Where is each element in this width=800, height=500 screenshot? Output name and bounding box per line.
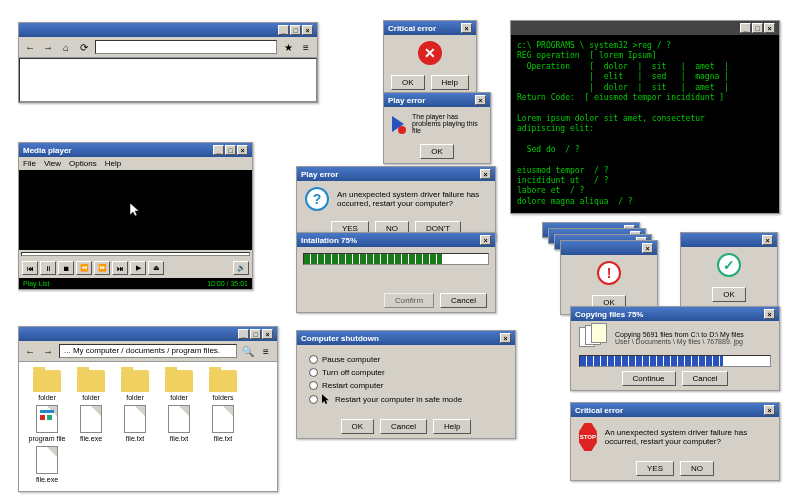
radio-option[interactable]: Pause computer <box>309 353 503 366</box>
address-input[interactable] <box>95 40 277 54</box>
prev-icon[interactable]: ⏮ <box>22 261 38 275</box>
window-title: Intallation 75% <box>301 236 357 245</box>
forward-icon[interactable]: → <box>41 344 55 358</box>
back-icon[interactable]: ← <box>23 40 37 54</box>
close-icon[interactable]: × <box>764 309 775 319</box>
close-icon[interactable]: × <box>764 23 775 33</box>
file-list: folderfolderfolderfolderfoldersprogram f… <box>19 362 277 491</box>
refresh-icon[interactable]: ⟳ <box>77 40 91 54</box>
play-error-dialog-2: Play error× ?An unexpected system driver… <box>296 166 496 241</box>
error-message: An unexpected system driver failure has … <box>337 190 487 208</box>
close-icon[interactable]: × <box>302 25 313 35</box>
help-button[interactable]: Help <box>433 419 471 434</box>
file-item[interactable]: file.txt <box>203 405 243 442</box>
success-dialog: × ✓ OK <box>680 232 778 307</box>
file-item[interactable]: file.exe <box>71 405 111 442</box>
close-icon[interactable]: × <box>480 169 491 179</box>
menu-icon[interactable]: ≡ <box>299 40 313 54</box>
yes-button[interactable]: YES <box>636 461 674 476</box>
menu-view[interactable]: View <box>44 159 61 168</box>
file-item[interactable]: folders <box>203 370 243 401</box>
seek-bar[interactable] <box>21 252 250 256</box>
radio-option[interactable]: Restart your computer in safe mode <box>309 392 503 407</box>
file-item[interactable]: file.exe <box>27 446 67 483</box>
minimize-icon[interactable]: _ <box>278 25 289 35</box>
maximize-icon[interactable]: □ <box>752 23 763 33</box>
play-icon <box>392 116 404 132</box>
search-icon[interactable]: 🔍 <box>241 344 255 358</box>
window-title: Media player <box>23 146 71 155</box>
ok-button[interactable]: OK <box>391 75 425 90</box>
file-item[interactable]: folder <box>159 370 199 401</box>
play-icon[interactable]: ▶ <box>130 261 146 275</box>
stop-icon: STOP <box>579 423 597 451</box>
files-icon <box>579 327 607 349</box>
error-icon: ✕ <box>418 41 442 65</box>
ok-button[interactable]: OK <box>420 144 454 159</box>
path-input[interactable]: ... My computer / documents / program fi… <box>59 344 237 358</box>
file-item[interactable]: folder <box>115 370 155 401</box>
minimize-icon[interactable]: _ <box>213 145 224 155</box>
file-item[interactable]: program file <box>27 405 67 442</box>
forward-icon[interactable]: ⏩ <box>94 261 110 275</box>
next-icon[interactable]: ⏭ <box>112 261 128 275</box>
copy-message: Copying 5691 files from C:\ to D:\ My fi… <box>615 331 744 338</box>
ok-button[interactable]: OK <box>341 419 375 434</box>
success-icon: ✓ <box>717 253 741 277</box>
maximize-icon[interactable]: □ <box>225 145 236 155</box>
menubar: File View Options Help <box>19 157 252 170</box>
file-explorer: _□× ← → ... My computer / documents / pr… <box>18 326 278 492</box>
window-title: Critical error <box>388 24 436 33</box>
warning-icon: ! <box>597 261 621 285</box>
cancel-button[interactable]: Cancel <box>440 293 487 308</box>
close-icon[interactable]: × <box>480 235 491 245</box>
close-icon[interactable]: × <box>762 235 773 245</box>
eject-icon[interactable]: ⏏ <box>148 261 164 275</box>
maximize-icon[interactable]: □ <box>290 25 301 35</box>
home-icon[interactable]: ⌂ <box>59 40 73 54</box>
minimize-icon[interactable]: _ <box>238 329 249 339</box>
video-area <box>19 170 252 250</box>
menu-options[interactable]: Options <box>69 159 97 168</box>
confirm-button[interactable]: Confirm <box>384 293 434 308</box>
radio-option[interactable]: Restart computer <box>309 379 503 392</box>
file-item[interactable]: file.txt <box>115 405 155 442</box>
play-error-dialog-1: Play error× The player has problems play… <box>383 92 491 164</box>
close-icon[interactable]: × <box>475 95 486 105</box>
maximize-icon[interactable]: □ <box>250 329 261 339</box>
continue-button[interactable]: Continue <box>622 371 676 386</box>
viewport <box>19 58 317 102</box>
volume-icon[interactable]: 🔊 <box>233 261 249 275</box>
star-icon[interactable]: ★ <box>281 40 295 54</box>
ok-button[interactable]: OK <box>712 287 746 302</box>
playlist-label: Play List <box>23 280 49 287</box>
warning-dialog: × ! OK <box>560 240 658 315</box>
close-icon[interactable]: × <box>764 405 775 415</box>
copy-path: User \ Documents \ My files \ 767889. jp… <box>615 338 744 345</box>
cancel-button[interactable]: Cancel <box>380 419 427 434</box>
file-item[interactable]: file.txt <box>159 405 199 442</box>
help-button[interactable]: Help <box>431 75 469 90</box>
progress-bar <box>579 355 771 367</box>
file-item[interactable]: folder <box>71 370 111 401</box>
close-icon[interactable]: × <box>642 243 653 253</box>
rewind-icon[interactable]: ⏪ <box>76 261 92 275</box>
forward-icon[interactable]: → <box>41 40 55 54</box>
stop-icon[interactable]: ⏹ <box>58 261 74 275</box>
critical-error-dialog-2: Critical error× STOPAn unexpected system… <box>570 402 780 481</box>
close-icon[interactable]: × <box>237 145 248 155</box>
window-title: Critical error <box>575 406 623 415</box>
menu-file[interactable]: File <box>23 159 36 168</box>
pause-icon[interactable]: ⏸ <box>40 261 56 275</box>
close-icon[interactable]: × <box>461 23 472 33</box>
menu-icon[interactable]: ≡ <box>259 344 273 358</box>
no-button[interactable]: NO <box>680 461 714 476</box>
radio-option[interactable]: Turn off computer <box>309 366 503 379</box>
cancel-button[interactable]: Cancel <box>682 371 729 386</box>
close-icon[interactable]: × <box>262 329 273 339</box>
back-icon[interactable]: ← <box>23 344 37 358</box>
close-icon[interactable]: × <box>500 333 511 343</box>
minimize-icon[interactable]: _ <box>740 23 751 33</box>
file-item[interactable]: folder <box>27 370 67 401</box>
menu-help[interactable]: Help <box>105 159 121 168</box>
